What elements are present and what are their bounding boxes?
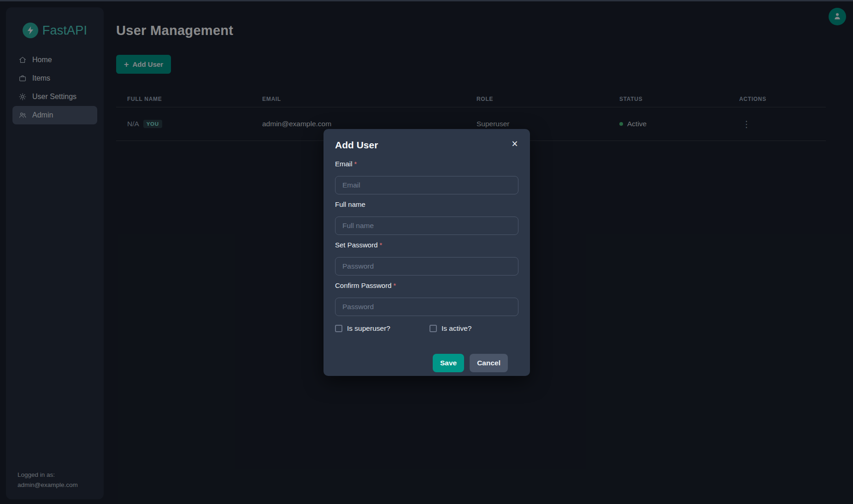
is-active-label: Is active? [441,324,471,333]
full-name-label-text: Full name [335,200,365,208]
add-user-modal: Add User × Email* Full name Set Password… [324,129,530,376]
modal-footer: Save Cancel [335,354,508,372]
required-marker: * [394,281,396,289]
checkbox-row: Is superuser? Is active? [335,324,518,333]
save-button[interactable]: Save [433,354,464,372]
required-marker: * [380,241,382,249]
is-superuser-checkbox[interactable]: Is superuser? [335,324,429,333]
email-field[interactable] [335,176,518,194]
cancel-button[interactable]: Cancel [470,354,508,372]
confirm-password-label-text: Confirm Password [335,281,392,289]
set-password-field-label: Set Password* [335,240,518,250]
checkbox-icon [335,325,342,332]
is-superuser-label: Is superuser? [347,324,390,333]
required-marker: * [354,160,357,168]
email-field-label: Email* [335,159,518,169]
checkbox-icon [429,325,437,332]
confirm-password-field-label: Confirm Password* [335,281,518,290]
is-active-checkbox[interactable]: Is active? [429,324,471,333]
set-password-label-text: Set Password [335,241,378,249]
add-user-form: Email* Full name Set Password* Confirm P… [335,159,518,372]
close-icon[interactable]: × [507,136,522,151]
confirm-password-field[interactable] [335,298,518,316]
full-name-field[interactable] [335,217,518,235]
modal-title: Add User [335,139,518,151]
set-password-field[interactable] [335,257,518,275]
email-label-text: Email [335,160,353,168]
full-name-field-label: Full name [335,200,518,209]
